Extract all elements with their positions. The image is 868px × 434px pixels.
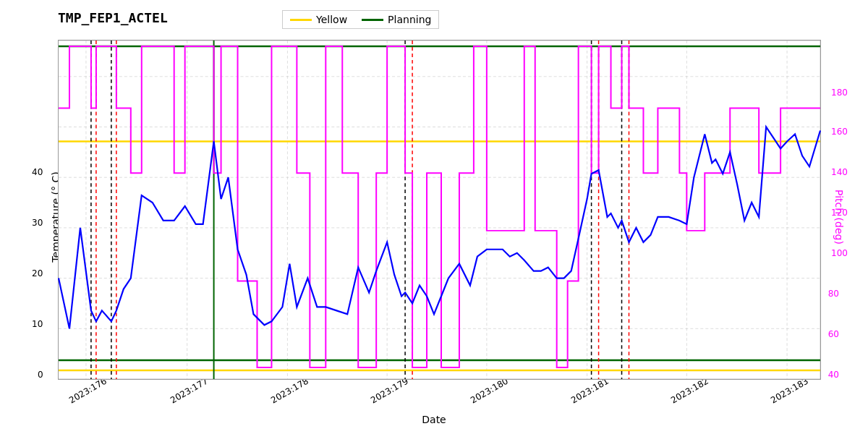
legend-yellow: Yellow <box>290 14 347 25</box>
planning-line-icon <box>362 19 383 21</box>
xtick-176: 2023:176 <box>67 376 109 406</box>
pitch-line <box>59 46 820 367</box>
legend-planning: Planning <box>362 14 431 25</box>
ytick-10: 10 <box>32 319 43 329</box>
ytick-right-140: 140 <box>831 167 848 177</box>
xtick-179: 2023:179 <box>369 376 410 406</box>
xtick-178: 2023:178 <box>269 376 310 406</box>
chart-container: TMP_FEP1_ACTEL Yellow Planning Temperatu… <box>0 0 868 434</box>
ytick-right-180: 180 <box>831 88 848 98</box>
chart-svg <box>59 41 820 379</box>
ytick-0: 0 <box>38 370 43 380</box>
xtick-181: 2023:181 <box>569 376 610 406</box>
ytick-right-80: 80 <box>828 289 839 299</box>
xtick-180: 2023:180 <box>469 376 510 406</box>
ytick-30: 30 <box>32 218 43 228</box>
planning-label: Planning <box>388 14 431 25</box>
legend: Yellow Planning <box>282 10 439 29</box>
xtick-177: 2023:177 <box>169 376 210 406</box>
ytick-right-40: 40 <box>828 370 839 380</box>
plot-area <box>58 40 821 380</box>
ytick-right-120: 120 <box>831 208 848 218</box>
chart-title: TMP_FEP1_ACTEL <box>58 10 168 25</box>
ytick-20: 20 <box>32 268 43 278</box>
ytick-right-60: 60 <box>828 329 839 339</box>
x-axis-label: Date <box>422 414 446 425</box>
yellow-line-icon <box>290 19 312 21</box>
ytick-right-100: 100 <box>831 248 848 258</box>
ytick-40: 40 <box>32 167 43 177</box>
xtick-183: 2023:183 <box>769 376 810 406</box>
xtick-182: 2023:182 <box>669 376 710 406</box>
ytick-right-160: 160 <box>831 127 848 137</box>
yellow-label: Yellow <box>316 14 347 25</box>
